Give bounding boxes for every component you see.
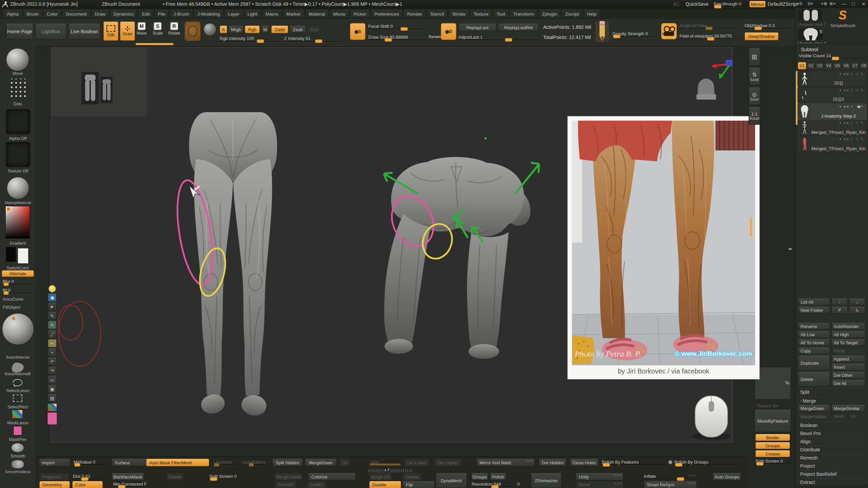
store-mt-button[interactable]: StoreMT	[275, 481, 297, 488]
obj-shadow-slider[interactable]: ObjShadow 0.3	[745, 23, 789, 28]
replay-last-rel-button[interactable]: ReplayLastRel	[498, 24, 538, 31]
pen-add-icon[interactable]: ✎	[48, 312, 57, 320]
polish-by-features-slider[interactable]: Polish By Features	[602, 460, 666, 465]
lazystep-slider[interactable]: LazyStep	[213, 460, 239, 465]
mrgb-toggle[interactable]: Mrgb	[229, 26, 243, 33]
canvas-document[interactable]: Photo by Petra B. P. © www.JiriBorkovec.…	[51, 47, 793, 443]
basic-materialb-thumbnail[interactable]	[10, 361, 25, 373]
new-folder-button[interactable]: New Folder	[798, 307, 830, 313]
tray-divider-handle[interactable]: ◂▸	[788, 246, 792, 251]
palette-icon[interactable]	[47, 403, 57, 411]
rename-button[interactable]: Rename	[798, 323, 830, 330]
move-up-button[interactable]: ↑	[831, 299, 848, 305]
texture-off-thumbnail[interactable]	[6, 142, 30, 167]
trash-icon[interactable]: ▭	[48, 376, 57, 384]
panel-left-icon[interactable]: ◄▣	[820, 1, 827, 6]
tab-v3[interactable]: V3	[815, 62, 824, 69]
project-section[interactable]: Project	[799, 462, 865, 469]
ac-toggle[interactable]: AC	[673, 1, 679, 7]
minimize-button[interactable]: —	[842, 1, 847, 6]
remesh-section[interactable]: Remesh	[799, 454, 865, 461]
move-to-folder-button[interactable]: ↱	[831, 307, 848, 313]
menu-light[interactable]: Light	[244, 10, 261, 18]
tool-slot-2[interactable]: 5	[797, 28, 824, 41]
inflate-slider[interactable]: Inflatex y z	[644, 474, 697, 479]
select-rect-icon[interactable]	[13, 394, 22, 402]
lightbox-button[interactable]: LightBox	[35, 24, 66, 39]
divider-right-icon[interactable]: ||||►	[808, 1, 813, 5]
colorize-button[interactable]: Colorize	[308, 473, 356, 481]
select-lasso-icon[interactable]	[12, 378, 24, 388]
auto-groups-button[interactable]: Auto Groups	[713, 473, 741, 481]
subtool-item[interactable]: ▾ ●● ◐ ◑ ✎ 18강	[797, 71, 867, 87]
smooth-valleys-thumbnail[interactable]	[12, 460, 24, 468]
mask-pen-icon[interactable]	[14, 426, 22, 435]
project-all-button[interactable]: ProjectAll	[39, 473, 69, 481]
mirror-button[interactable]: Mirrorx y z	[576, 481, 623, 488]
alpha-off-thumbnail[interactable]	[6, 109, 30, 134]
auto-reorder-button[interactable]: AutoReorder	[831, 323, 865, 330]
menu-brush[interactable]: Brush	[23, 10, 42, 18]
polish-by-groups-slider[interactable]: Polish By Groups	[674, 460, 736, 465]
simplebrush-logo[interactable]: S	[839, 8, 847, 22]
mask-lasso-icon[interactable]	[12, 410, 22, 418]
menu-preferences[interactable]: Preferences	[371, 10, 402, 18]
stroke-preview[interactable]	[6, 48, 29, 71]
alternate-button[interactable]: Alternate	[2, 270, 34, 277]
sdiv-range-bar[interactable]: ▲▼	[368, 469, 412, 472]
append-button[interactable]: Append	[831, 355, 865, 362]
all-to-home-button[interactable]: All To Home	[798, 339, 830, 346]
subtool-item[interactable]: ▾ ●● ◐ ◑ ✎ 15강1	[797, 87, 867, 103]
menu-tool[interactable]: Tool	[493, 10, 509, 18]
divider-left-icon[interactable]: ◄||||	[796, 1, 802, 5]
subtool-item-selected[interactable]: ▾ ●● ◐ ◑ ✎ ◉ J Anatomy Step-2	[797, 103, 867, 120]
subtool-item[interactable]: ▾ ●● ◐ ◑ ✎ Merged_TPose1_Ryan_Kingslien	[797, 136, 867, 152]
close-holes-button[interactable]: Close Holes	[570, 459, 598, 466]
project-basrelief-section[interactable]: Project BasRelief	[799, 470, 865, 477]
split-screen-slider-bottom[interactable]: Split Screen 0	[209, 474, 238, 479]
morph-uv-button[interactable]: Morph UV	[369, 473, 392, 481]
menu-material[interactable]: Material	[305, 10, 329, 18]
undo-icon[interactable]: ↶	[48, 358, 57, 366]
menu-alpha[interactable]: Alpha	[3, 10, 22, 18]
list-icon[interactable]: ▤	[48, 394, 57, 402]
z-intensity-slider[interactable]: Z Intensity 51	[284, 36, 340, 41]
tab-v6[interactable]: V6	[842, 62, 850, 69]
tab-v8[interactable]: V8	[860, 62, 868, 69]
extract-section[interactable]: Extract	[799, 478, 865, 486]
draw-button[interactable]: -¦- Draw	[120, 22, 135, 41]
delete-button-mid[interactable]: Delete	[403, 473, 422, 481]
all-low-button[interactable]: All Low	[798, 331, 830, 338]
visibility-eye-icon[interactable]: ◉	[48, 293, 57, 302]
crease-button[interactable]: Crease	[755, 450, 790, 457]
angle-of-view-slider[interactable]: Angle Of View	[679, 23, 736, 28]
uv-button-bottom[interactable]: Uv	[339, 459, 350, 466]
sdiv-slider[interactable]: SDiv	[370, 460, 400, 465]
tab-v5[interactable]: V5	[833, 62, 842, 69]
focal-shift-slider[interactable]: Focal Shift 0	[368, 24, 427, 29]
merge-similar-button[interactable]: MergeSimilar	[831, 405, 865, 412]
quicksave-button[interactable]: QuickSave	[686, 1, 709, 7]
unify-button[interactable]: Unifyx y z	[576, 473, 623, 481]
align-section[interactable]: Align	[799, 438, 865, 445]
merge-section[interactable]: •Merge	[799, 397, 865, 404]
scroll-button[interactable]: ⇅Scroll	[749, 68, 760, 85]
cursor-tool-icon[interactable]: ►	[48, 303, 57, 311]
see-through-slider[interactable]: See-through 0	[713, 1, 747, 6]
main-color-swatch[interactable]	[5, 247, 16, 262]
eye-icon[interactable]: ◉	[857, 104, 862, 109]
menu-dynamics[interactable]: Dynamics	[110, 10, 137, 18]
menu-draw[interactable]: Draw	[92, 10, 109, 18]
live-boolean-button[interactable]: Live Boolean	[68, 24, 100, 39]
move-button[interactable]: M Move	[137, 22, 146, 36]
actual-button[interactable]: 1:1Actual	[749, 107, 760, 125]
draw-size-slider[interactable]: Draw Size 93.68698	[368, 35, 427, 40]
restore-button[interactable]: □	[852, 1, 855, 6]
rf-slider[interactable]: Rf 0	[3, 288, 33, 293]
rgb-intensity-slider[interactable]: Rgb Intensity 100	[220, 36, 279, 41]
uv-toggle[interactable]: Uv	[850, 414, 856, 419]
menus-button[interactable]: Menus	[749, 1, 766, 7]
secondary-color-swatch[interactable]	[18, 248, 28, 264]
menu-edit[interactable]: Edit	[138, 10, 153, 18]
frame-icon[interactable]: ▣	[48, 385, 57, 393]
